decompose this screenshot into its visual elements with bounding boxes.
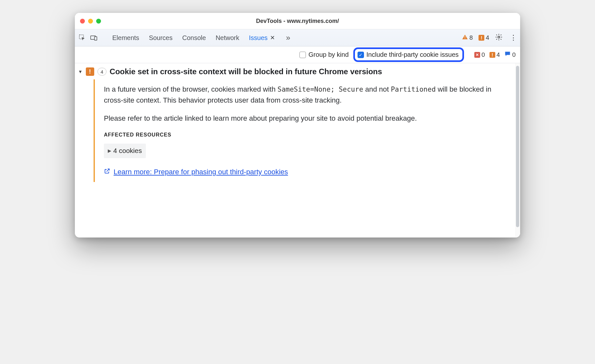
scrollbar-thumb[interactable] <box>516 66 519 227</box>
warning-square-icon: ! <box>489 52 495 58</box>
checkbox-checked-icon: ✓ <box>358 52 364 58</box>
filter-bar: Group by kind ✓ Include third-party cook… <box>75 46 520 63</box>
tab-console[interactable]: Console <box>182 34 206 42</box>
issues-content: ▼ ! 4 Cookie set in cross-site context w… <box>75 63 520 238</box>
issue-item: ▼ ! 4 Cookie set in cross-site context w… <box>75 63 520 238</box>
issue-body: In a future version of the browser, cook… <box>94 79 511 182</box>
group-by-kind-label: Group by kind <box>308 51 349 58</box>
devtools-window: DevTools - www.nytimes.com/ Elements Sou… <box>75 13 520 238</box>
info-count-badge[interactable]: 0 <box>504 51 516 59</box>
affected-resources-label: 4 cookies <box>113 146 142 156</box>
warnings-triangle-badge[interactable]: 8 <box>462 34 473 42</box>
window-controls <box>80 19 101 24</box>
include-third-party-highlight: ✓ Include third-party cookie issues <box>353 47 464 62</box>
scrollbar[interactable] <box>515 63 520 238</box>
warnings-square-badge[interactable]: ! 4 <box>479 34 489 41</box>
tab-elements[interactable]: Elements <box>112 34 139 42</box>
tabstrip-left: Elements Sources Console Network Issues … <box>79 33 290 42</box>
include-third-party-label: Include third-party cookie issues <box>367 51 459 58</box>
svg-rect-3 <box>465 36 465 37</box>
tab-console-label: Console <box>182 34 206 42</box>
warnings-count: 4 <box>497 51 500 58</box>
tab-sources-label: Sources <box>149 34 172 42</box>
checkbox-unchecked-icon <box>299 52 306 58</box>
tab-elements-label: Elements <box>112 34 139 42</box>
warnings-count-badge[interactable]: ! 4 <box>489 51 500 58</box>
tab-network-label: Network <box>216 34 239 42</box>
info-chat-icon <box>504 51 511 59</box>
disclosure-triangle-icon: ▶ <box>108 147 111 155</box>
inspect-element-icon[interactable] <box>79 34 86 41</box>
group-by-kind-checkbox[interactable]: Group by kind <box>299 51 349 58</box>
issue-count-pill: 4 <box>97 68 106 76</box>
code-samesite: SameSite=None; Secure <box>277 86 363 93</box>
window-title: DevTools - www.nytimes.com/ <box>75 18 520 25</box>
svg-rect-2 <box>95 37 97 40</box>
titlebar: DevTools - www.nytimes.com/ <box>75 13 520 29</box>
severity-warning-icon: ! <box>86 67 94 76</box>
panel-tabs: Elements Sources Console Network Issues … <box>112 33 290 42</box>
learn-more-row: Learn more: Prepare for phasing out thir… <box>104 167 501 177</box>
svg-point-5 <box>498 36 500 38</box>
info-count: 0 <box>512 51 516 58</box>
tab-issues[interactable]: Issues ✕ <box>249 34 275 42</box>
more-options-button[interactable]: ⋮ <box>510 34 517 42</box>
issue-text: and not <box>363 85 391 93</box>
close-icon[interactable]: ✕ <box>270 34 275 41</box>
learn-more-link[interactable]: Learn more: Prepare for phasing out thir… <box>114 167 288 177</box>
issue-text: In a future version of the browser, cook… <box>104 85 277 93</box>
affected-resources-heading: AFFECTED RESOURCES <box>104 131 501 139</box>
maximize-window-button[interactable] <box>96 19 101 24</box>
minimize-window-button[interactable] <box>88 19 93 24</box>
disclosure-triangle-icon[interactable]: ▼ <box>78 69 83 74</box>
tabstrip-right: 8 ! 4 ⋮ <box>462 33 517 42</box>
external-link-icon <box>104 167 110 177</box>
errors-count: 0 <box>481 51 485 58</box>
settings-button[interactable] <box>495 33 503 42</box>
issue-paragraph-2: Please refer to the article linked to le… <box>104 113 501 124</box>
tab-issues-label: Issues <box>249 34 268 42</box>
issue-paragraph-1: In a future version of the browser, cook… <box>104 84 501 106</box>
affected-resources-item[interactable]: ▶ 4 cookies <box>104 144 146 158</box>
issue-title: Cookie set in cross-site context will be… <box>110 67 382 76</box>
include-third-party-checkbox[interactable]: ✓ Include third-party cookie issues <box>358 51 459 58</box>
code-partitioned: Partitioned <box>391 86 436 93</box>
issue-kind-counts: ✕ 0 ! 4 0 <box>474 51 516 59</box>
error-square-icon: ✕ <box>474 52 480 58</box>
more-tabs-icon[interactable]: » <box>286 33 290 42</box>
warnings-square-count: 4 <box>486 34 489 41</box>
tabstrip: Elements Sources Console Network Issues … <box>75 29 520 46</box>
close-window-button[interactable] <box>80 19 85 24</box>
errors-count-badge[interactable]: ✕ 0 <box>474 51 485 58</box>
warning-triangle-icon <box>462 34 468 42</box>
warnings-triangle-count: 8 <box>469 34 473 41</box>
svg-rect-4 <box>465 38 465 39</box>
device-toolbar-icon[interactable] <box>90 34 97 41</box>
tab-sources[interactable]: Sources <box>149 34 172 42</box>
issue-header[interactable]: ▼ ! 4 Cookie set in cross-site context w… <box>78 67 511 76</box>
warning-square-icon: ! <box>479 35 484 41</box>
tab-network[interactable]: Network <box>216 34 239 42</box>
